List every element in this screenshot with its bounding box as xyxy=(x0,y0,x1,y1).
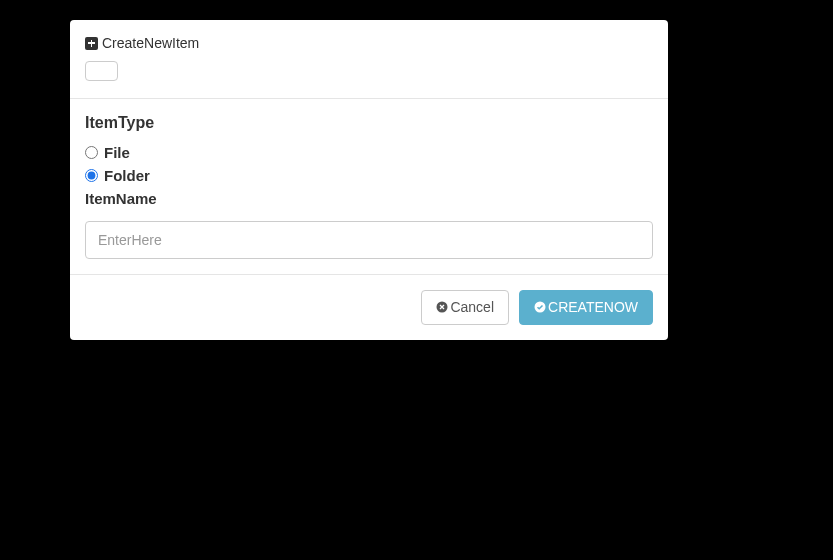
create-item-modal: CreateNewItem ItemType File Folder ItemN… xyxy=(70,20,668,340)
create-now-button-label: CREATENOW xyxy=(548,299,638,316)
item-name-input[interactable] xyxy=(85,221,653,259)
modal-title-text: CreateNewItem xyxy=(102,35,199,51)
radio-folder-label: Folder xyxy=(104,167,150,184)
item-type-label: ItemType xyxy=(85,114,653,132)
modal-header: CreateNewItem xyxy=(70,20,668,99)
radio-file-label: File xyxy=(104,144,130,161)
radio-option-file[interactable]: File xyxy=(85,144,653,161)
close-button-wrap xyxy=(85,61,653,83)
radio-file-input[interactable] xyxy=(85,146,98,159)
radio-folder-input[interactable] xyxy=(85,169,98,182)
cancel-circle-icon xyxy=(436,301,448,313)
modal-footer: Cancel CREATENOW xyxy=(70,274,668,340)
modal-title: CreateNewItem xyxy=(85,35,653,51)
plus-square-icon xyxy=(85,37,98,50)
radio-option-folder[interactable]: Folder xyxy=(85,167,653,184)
modal-body: ItemType File Folder ItemName xyxy=(70,99,668,274)
item-name-label: ItemName xyxy=(85,190,653,207)
close-button[interactable] xyxy=(85,61,118,81)
cancel-button-label: Cancel xyxy=(450,299,494,316)
create-now-button[interactable]: CREATENOW xyxy=(519,290,653,325)
check-circle-icon xyxy=(534,301,546,313)
item-type-radio-group: File Folder xyxy=(85,144,653,184)
cancel-button[interactable]: Cancel xyxy=(421,290,509,325)
